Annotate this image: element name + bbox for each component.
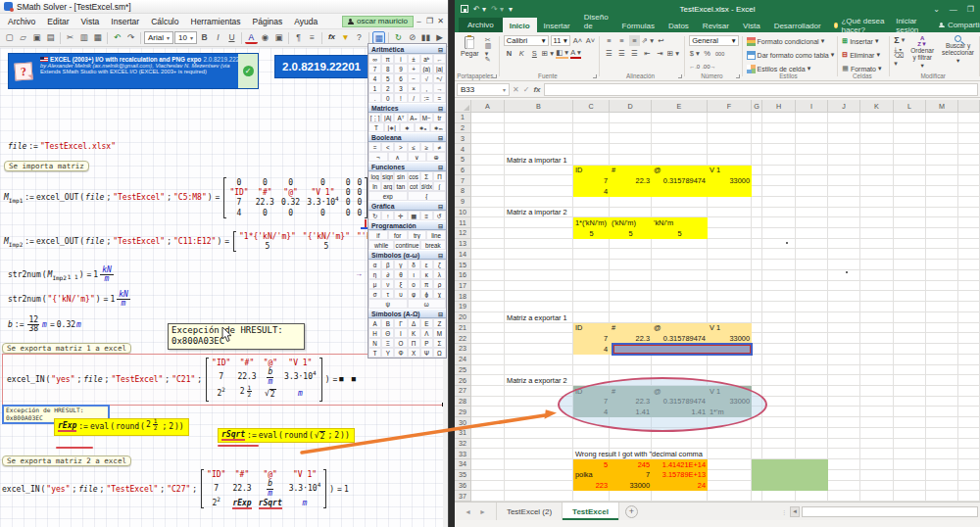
palette-button[interactable]: Λ: [420, 328, 433, 338]
tab-splitter-icon[interactable]: ⋮: [781, 508, 788, 515]
insert-function-icon[interactable]: fx: [533, 85, 540, 94]
palette-button[interactable]: Θ: [381, 328, 394, 338]
ribbon-tab-dise-o-de-p-gina[interactable]: Diseño de página: [577, 18, 615, 32]
sort-filter-button[interactable]: AZ▼ Ordenar y filtrar ▾: [908, 35, 936, 69]
row-header-35[interactable]: 35: [455, 470, 471, 481]
palette-button[interactable]: break: [420, 240, 446, 250]
palette-button[interactable]: if: [368, 230, 388, 240]
palette-button[interactable]: sign: [381, 171, 394, 181]
cell-B5[interactable]: Matriz a importar 1: [505, 155, 573, 166]
palette-button[interactable]: A₊: [408, 113, 420, 122]
cell-C22[interactable]: 7: [573, 333, 610, 344]
rsqrt-definition[interactable]: rSqrt:=eval(round(√2;2)): [218, 428, 355, 443]
collapse-icon[interactable]: ⊟: [438, 46, 443, 53]
column-header-M[interactable]: M: [926, 100, 958, 113]
palette-button[interactable]: ∗ₘ: [430, 122, 446, 132]
dialog-launcher-icon[interactable]: [493, 74, 497, 78]
cell-F7[interactable]: 33000: [708, 175, 752, 186]
column-header-partial[interactable]: [958, 100, 980, 113]
row-header-30[interactable]: 30: [455, 417, 471, 428]
m-imp2-formula[interactable]: MImp2:=excel_OUT(file;"TestExcel";"C11:E…: [4, 231, 403, 252]
row-header-24[interactable]: 24: [455, 355, 471, 365]
cell-B10[interactable]: Matriz a importar 2: [505, 208, 573, 218]
bold-icon[interactable]: B: [198, 31, 211, 44]
restore-button[interactable]: ❐: [967, 5, 974, 14]
cancel-icon[interactable]: ✕: [513, 85, 519, 94]
palette-button[interactable]: Κ: [408, 328, 420, 338]
ribbon-tab-insertar[interactable]: Insertar: [537, 18, 577, 32]
currency-icon[interactable]: $ ▾: [689, 48, 700, 59]
dialog-launcher-icon[interactable]: [593, 74, 597, 78]
row-header-33[interactable]: 33: [455, 449, 471, 459]
palette-button[interactable]: ←: [433, 54, 446, 64]
sheet-tab-testexcel[interactable]: TestExcel: [563, 503, 619, 520]
paragraph-icon[interactable]: ¶: [292, 31, 305, 44]
menu-item-vista[interactable]: Vista: [75, 16, 106, 27]
row-header-27[interactable]: 27: [455, 386, 471, 397]
palette-button[interactable]: while: [368, 240, 394, 250]
palette-button[interactable]: Σ: [420, 171, 433, 181]
palette-button[interactable]: κ: [420, 269, 433, 279]
row-header-15[interactable]: 15: [455, 260, 471, 270]
cell-D35[interactable]: 7: [610, 470, 652, 481]
palette-button[interactable]: Χ: [408, 348, 420, 358]
row-header-37[interactable]: 37: [455, 491, 471, 502]
ribbon-tab-f-rmulas[interactable]: Fórmulas: [615, 18, 662, 32]
italic-button[interactable]: K: [516, 48, 527, 59]
font-name-select[interactable]: Calibri▾: [504, 35, 549, 46]
palette-button[interactable]: Ο: [394, 338, 407, 348]
palette-button[interactable]: φ: [408, 289, 420, 299]
palette-button[interactable]: i: [394, 54, 407, 64]
palette-button[interactable]: α: [368, 260, 381, 269]
align-left-icon[interactable]: ☰: [604, 48, 614, 59]
palette-button[interactable]: |a|: [433, 64, 446, 73]
palette-button[interactable]: Ε: [420, 318, 433, 328]
column-header-A[interactable]: A: [471, 100, 505, 113]
row-header-25[interactable]: 25: [455, 365, 471, 376]
minimize-button[interactable]: –: [414, 16, 424, 27]
palette-button[interactable]: ο: [408, 279, 420, 289]
row-header-20[interactable]: 20: [455, 312, 471, 323]
palette-button[interactable]: 2: [381, 83, 394, 93]
cut-icon[interactable]: ✂: [64, 31, 76, 44]
decrease-decimal-icon[interactable]: .00→: [702, 61, 715, 72]
cell-C12[interactable]: 5: [573, 228, 610, 239]
collapse-icon[interactable]: ⊟: [438, 105, 443, 112]
palette-button[interactable]: {: [408, 191, 447, 201]
palette-button[interactable]: γ: [394, 260, 407, 269]
palette-button[interactable]: ≡: [420, 211, 433, 220]
palette-button[interactable]: χ: [433, 289, 446, 299]
ribbon-tab-revisar[interactable]: Revisar: [696, 18, 736, 32]
m-imp1-formula[interactable]: MImp1:=excel_OUT(file;"TestExcel";"C5:M8…: [4, 177, 369, 218]
row-header-31[interactable]: 31: [455, 428, 471, 439]
sheet-tab-testexcel-2-[interactable]: TestExcel (2): [497, 503, 563, 520]
palette-button[interactable]: sin: [394, 171, 407, 181]
column-header-F[interactable]: F: [708, 100, 752, 113]
palette-button[interactable]: Γ: [394, 318, 407, 328]
str2num-string[interactable]: str2num("{'kN/'m}")=1kNm: [8, 291, 132, 309]
palette-button[interactable]: ±: [408, 54, 420, 64]
palette-button[interactable]: =: [368, 142, 381, 152]
palette-button[interactable]: ε: [420, 260, 433, 269]
palette-button[interactable]: π: [420, 279, 433, 289]
row-header-7[interactable]: 7: [455, 175, 471, 186]
orientation-icon[interactable]: ⇗ ▾: [642, 35, 654, 46]
insert-cells-button[interactable]: ⊞Insertar▾: [842, 35, 881, 47]
palette-button[interactable]: ∗ₐ: [415, 122, 430, 132]
column-header-B[interactable]: B: [505, 100, 573, 113]
cell-C11[interactable]: 1*('kN/'m): [573, 217, 610, 228]
share-button[interactable]: Compartir: [935, 18, 980, 32]
menu-item-páginas[interactable]: Páginas: [247, 16, 289, 27]
cell-C35[interactable]: polka: [573, 470, 610, 481]
palette-button[interactable]: ϕ: [420, 289, 433, 299]
row-header-28[interactable]: 28: [455, 397, 471, 407]
row-header-16[interactable]: 16: [455, 270, 471, 281]
palette-button[interactable]: =: [433, 93, 446, 103]
cell-B20[interactable]: Matriz a exportar 1: [505, 312, 573, 323]
palette-button[interactable]: Τ: [368, 348, 381, 358]
palette-button[interactable]: Ψ: [420, 348, 433, 358]
palette-button[interactable]: |A|: [381, 113, 394, 122]
underline-icon[interactable]: U: [225, 31, 238, 44]
palette-button[interactable]: 6: [394, 73, 407, 83]
palette-button[interactable]: T: [368, 122, 384, 132]
